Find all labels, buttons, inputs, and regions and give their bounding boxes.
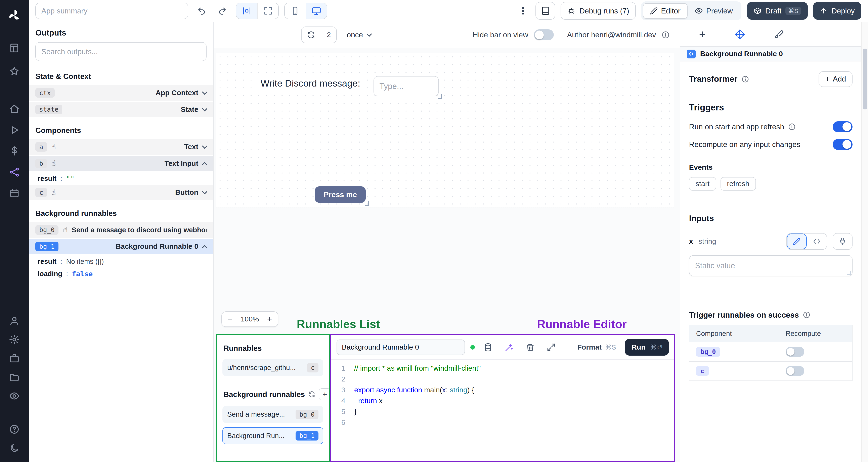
output-row-bg0[interactable]: bg_0 ☝ Send a message to discord using w… bbox=[29, 222, 213, 237]
code-editor[interactable]: 1// import * as wmill from "windmill-cli… bbox=[331, 360, 674, 461]
run-button[interactable]: Run ⌘⏎ bbox=[625, 339, 669, 356]
folders-nav-button[interactable] bbox=[4, 368, 24, 387]
refresh-button[interactable] bbox=[302, 27, 321, 43]
event-refresh-chip[interactable]: refresh bbox=[720, 177, 756, 191]
chevron-up-icon[interactable] bbox=[202, 245, 207, 251]
recompute-toggle[interactable] bbox=[786, 347, 805, 357]
hide-bar-toggle[interactable] bbox=[534, 29, 554, 40]
output-row-c[interactable]: c ☝ Button bbox=[29, 185, 213, 200]
workers-nav-button[interactable] bbox=[4, 349, 24, 368]
cache-button[interactable] bbox=[480, 342, 496, 352]
desktop-view-button[interactable] bbox=[306, 3, 327, 19]
output-row-state[interactable]: state State bbox=[29, 102, 213, 117]
app-canvas[interactable]: Write Discord message: Press me − 100% bbox=[214, 47, 680, 334]
code-line[interactable]: 2 bbox=[331, 375, 674, 386]
output-row-ctx[interactable]: ctx App Context bbox=[29, 85, 213, 101]
variables-nav-button[interactable] bbox=[4, 141, 24, 160]
event-start-chip[interactable]: start bbox=[689, 177, 716, 191]
pointer-hand-icon[interactable]: ☝ bbox=[52, 189, 56, 196]
expand-editor-button[interactable] bbox=[544, 342, 559, 352]
resize-handle[interactable] bbox=[847, 271, 851, 275]
ai-assist-button[interactable] bbox=[501, 342, 517, 352]
zoom-in-button[interactable]: + bbox=[261, 312, 278, 327]
draft-button[interactable]: Draft ⌘S bbox=[747, 2, 808, 20]
help-button[interactable] bbox=[4, 420, 24, 439]
debug-runs-button[interactable]: Debug runs (7) bbox=[561, 2, 636, 20]
press-me-button[interactable]: Press me bbox=[315, 186, 366, 203]
resources-nav-button[interactable] bbox=[4, 163, 24, 182]
bounded-width-button[interactable] bbox=[236, 3, 257, 19]
static-input-mode-button[interactable] bbox=[787, 233, 807, 250]
app-canvas-grid[interactable]: Write Discord message: Press me bbox=[216, 53, 674, 207]
resize-handle[interactable] bbox=[365, 201, 369, 206]
deploy-button[interactable]: Deploy bbox=[813, 2, 861, 20]
windmill-logo[interactable] bbox=[4, 6, 24, 26]
static-value-input[interactable] bbox=[689, 255, 852, 276]
styling-tab[interactable] bbox=[771, 29, 787, 40]
output-row-b[interactable]: b ☝ Text Input bbox=[29, 156, 213, 171]
apps-nav-button[interactable] bbox=[4, 39, 24, 58]
info-icon[interactable] bbox=[661, 31, 670, 39]
delete-runnable-button[interactable] bbox=[522, 342, 538, 352]
text-component[interactable]: Write Discord message: bbox=[257, 76, 364, 90]
code-line[interactable]: 4 return x bbox=[331, 397, 674, 407]
run-on-start-toggle[interactable] bbox=[833, 121, 852, 132]
home-nav-button[interactable] bbox=[4, 100, 24, 119]
code-line[interactable]: 3export async function main(x: string) { bbox=[331, 386, 674, 397]
refresh-icon[interactable] bbox=[308, 391, 315, 398]
chevron-down-icon[interactable] bbox=[202, 189, 207, 194]
zoom-out-button[interactable]: − bbox=[222, 312, 239, 327]
output-row-bg1[interactable]: bg_1 Background Runnable 0 bbox=[29, 239, 213, 254]
info-icon[interactable] bbox=[788, 123, 796, 131]
search-outputs-input[interactable] bbox=[35, 42, 207, 61]
docs-button[interactable] bbox=[535, 2, 555, 20]
resize-handle[interactable] bbox=[438, 94, 442, 99]
code-line[interactable]: 6 bbox=[331, 419, 674, 429]
output-row-a[interactable]: a ☝ Text bbox=[29, 139, 213, 155]
runnable-item-script[interactable]: u/henri/scrape_githu... c bbox=[222, 359, 323, 376]
editor-tab[interactable]: Editor bbox=[643, 3, 688, 19]
refresh-interval-dropdown[interactable]: once bbox=[343, 30, 374, 40]
info-icon[interactable] bbox=[803, 311, 810, 319]
chevron-down-icon[interactable] bbox=[202, 89, 207, 95]
component-chip[interactable]: bg_0 bbox=[696, 347, 720, 357]
settings-nav-button[interactable] bbox=[4, 330, 24, 349]
pointer-hand-icon[interactable]: ☝ bbox=[63, 226, 67, 233]
chevron-down-icon[interactable] bbox=[202, 143, 207, 149]
chevron-up-icon[interactable] bbox=[202, 162, 207, 167]
user-nav-button[interactable] bbox=[4, 311, 24, 330]
audit-logs-nav-button[interactable] bbox=[4, 387, 24, 405]
code-line[interactable]: 5} bbox=[331, 407, 674, 419]
scrollbar[interactable] bbox=[861, 22, 868, 462]
scrollbar-thumb[interactable] bbox=[863, 48, 867, 109]
format-button[interactable]: Format ⌘S bbox=[574, 342, 619, 352]
recompute-toggle[interactable] bbox=[786, 366, 805, 376]
pointer-hand-icon[interactable]: ☝ bbox=[52, 143, 56, 151]
preview-tab[interactable]: Preview bbox=[688, 3, 740, 19]
component-settings-tab[interactable] bbox=[731, 29, 748, 40]
redo-button[interactable] bbox=[215, 3, 230, 19]
runs-nav-button[interactable] bbox=[4, 121, 24, 139]
component-chip[interactable]: c bbox=[696, 366, 709, 376]
eval-input-mode-button[interactable] bbox=[807, 233, 827, 250]
insert-component-tab[interactable]: + bbox=[695, 28, 709, 40]
runnable-item-bg1[interactable]: Background Run... bg_1 bbox=[222, 427, 323, 444]
connect-input-mode-button[interactable] bbox=[833, 233, 852, 250]
theme-toggle-button[interactable] bbox=[4, 439, 24, 458]
add-background-runnable-button[interactable]: + bbox=[319, 388, 330, 401]
mobile-view-button[interactable] bbox=[285, 3, 306, 19]
chevron-down-icon[interactable] bbox=[202, 106, 207, 111]
favorites-nav-button[interactable] bbox=[4, 62, 24, 81]
more-menu-button[interactable]: ⋮ bbox=[516, 5, 530, 16]
runnable-title-input[interactable] bbox=[337, 339, 465, 355]
discord-message-input[interactable] bbox=[374, 76, 439, 96]
info-icon[interactable] bbox=[741, 75, 749, 83]
runnable-item-bg0[interactable]: Send a message... bg_0 bbox=[222, 406, 323, 423]
app-summary-input[interactable] bbox=[35, 3, 188, 19]
pointer-hand-icon[interactable]: ☝ bbox=[52, 160, 56, 167]
recompute-on-change-toggle[interactable] bbox=[833, 139, 852, 150]
code-line[interactable]: 1// import * as wmill from "windmill-cli… bbox=[331, 364, 674, 375]
add-transformer-button[interactable]: + Add bbox=[818, 71, 852, 87]
full-width-button[interactable] bbox=[257, 3, 278, 19]
undo-button[interactable] bbox=[194, 3, 209, 19]
